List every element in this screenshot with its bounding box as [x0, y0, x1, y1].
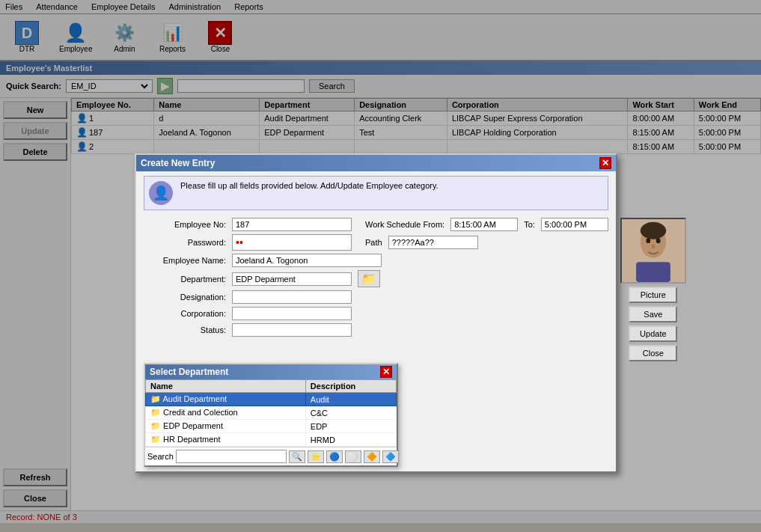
create-new-entry-modal: Create New Entry ✕ 👤 Please fill up all …: [135, 153, 617, 473]
status-label: Status:: [144, 325, 226, 334]
password-row: Password: Path: [144, 234, 608, 251]
employee-name-row: Employee Name:: [144, 254, 608, 267]
modal-title: Create New Entry: [141, 158, 215, 168]
dept-search-icon-btn-4[interactable]: ⚪: [345, 450, 361, 463]
corporation-row: Corporation:: [144, 307, 608, 320]
dept-dropdown-title-text: Select Department: [150, 367, 228, 377]
dept-cell-name: 📁 Audit Department: [146, 393, 306, 406]
dept-row[interactable]: 📁 HR Department HRMD: [146, 433, 397, 447]
svg-point-6: [652, 244, 655, 248]
dept-col-name: Name: [146, 380, 306, 393]
department-row: Department: 📁: [144, 270, 608, 287]
work-schedule-label: Work Schedule From:: [365, 220, 444, 229]
picture-button[interactable]: Picture: [629, 287, 677, 303]
work-from-input[interactable]: [450, 218, 518, 231]
work-to-label: To:: [524, 220, 535, 229]
save-button[interactable]: Save: [629, 306, 677, 322]
dept-table: Name Description 📁 Audit Department Audi…: [145, 379, 397, 447]
svg-point-2: [641, 222, 666, 239]
department-input[interactable]: [232, 272, 352, 286]
password-input[interactable]: [232, 234, 352, 251]
employee-name-input[interactable]: [232, 254, 382, 267]
dept-row[interactable]: 📁 EDP Deparment EDP: [146, 420, 397, 433]
photo-box: [620, 218, 686, 284]
dept-cell-desc: HRMD: [305, 433, 396, 447]
svg-rect-3: [636, 262, 670, 282]
department-label: Department:: [144, 275, 226, 284]
dept-search-icon-btn-3[interactable]: 🔵: [326, 450, 343, 463]
dept-row-icon: 📁: [150, 435, 163, 444]
dept-search-label: Search: [147, 452, 174, 461]
dept-cell-desc: Audit: [305, 393, 396, 406]
password-label: Password:: [144, 238, 226, 247]
dept-cell-name: 📁 HR Department: [146, 433, 306, 447]
path-label: Path: [365, 238, 382, 247]
dept-search-icon-btn-1[interactable]: 🔍: [289, 450, 305, 463]
dept-dropdown: Select Department ✕ Name Description 📁 A: [144, 363, 398, 467]
designation-row: Designation:: [144, 290, 608, 304]
employee-no-label: Employee No:: [144, 220, 226, 229]
employee-name-label: Employee Name:: [144, 256, 226, 265]
modal-close-action-button[interactable]: Close: [629, 345, 677, 361]
modal-header: 👤 Please fill up all fields provided bel…: [144, 176, 608, 210]
designation-label: Designation:: [144, 293, 226, 302]
dept-search-icon-btn-6[interactable]: 🔷: [382, 450, 399, 463]
dept-search-input[interactable]: [176, 450, 287, 463]
dept-search-icon-btn-5[interactable]: 🔶: [364, 450, 380, 463]
work-to-input[interactable]: [541, 218, 608, 231]
modal-overlay: Create New Entry ✕ 👤 Please fill up all …: [0, 0, 761, 523]
dept-row[interactable]: 📁 Credit and Colection C&C: [146, 406, 397, 420]
modal-titlebar: Create New Entry ✕: [136, 155, 616, 171]
svg-point-4: [646, 238, 650, 243]
dept-cell-name: 📁 EDP Deparment: [146, 420, 306, 433]
dept-search-icon-btn-2[interactable]: ⭐: [308, 450, 324, 463]
modal-header-msg: Please fill up all fields provided below…: [180, 181, 438, 190]
dept-row-icon: 📁: [150, 394, 162, 403]
corporation-input[interactable]: [232, 307, 352, 320]
status-input[interactable]: [232, 323, 352, 337]
path-input[interactable]: [388, 236, 478, 249]
dept-dropdown-close-button[interactable]: ✕: [380, 366, 392, 378]
dept-row-icon: 📁: [150, 408, 163, 417]
dept-cell-name: 📁 Credit and Colection: [146, 406, 306, 420]
department-browse-button[interactable]: 📁: [358, 270, 380, 287]
modal-close-button[interactable]: ✕: [599, 157, 611, 169]
dept-row[interactable]: 📁 Audit Department Audit: [146, 393, 397, 406]
employee-no-row: Employee No: Work Schedule From: To:: [144, 218, 608, 231]
corporation-label: Corporation:: [144, 309, 226, 318]
designation-input[interactable]: [232, 290, 352, 304]
svg-point-5: [656, 238, 661, 243]
dept-cell-desc: EDP: [305, 420, 396, 433]
modal-header-icon: 👤: [149, 181, 173, 205]
dept-dropdown-title: Select Department ✕: [145, 364, 397, 379]
dept-cell-desc: C&C: [305, 406, 396, 420]
dept-row-icon: 📁: [150, 421, 163, 430]
status-row: Status:: [144, 323, 608, 337]
dept-col-desc: Description: [305, 380, 396, 393]
employee-photo: [622, 218, 685, 284]
employee-no-input[interactable]: [232, 218, 352, 231]
modal-update-button[interactable]: Update: [629, 325, 677, 342]
dept-search-bar: Search 🔍 ⭐ 🔵 ⚪ 🔶 🔷: [145, 447, 397, 465]
